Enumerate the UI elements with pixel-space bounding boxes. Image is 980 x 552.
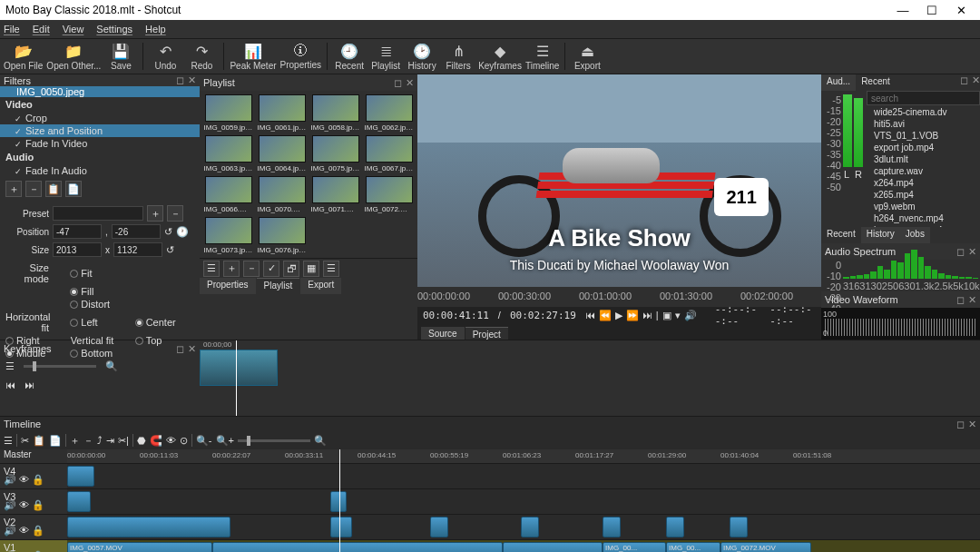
playlist-item[interactable]: IMG_0073.jpeg: [203, 217, 253, 254]
tool-open-file[interactable]: 📂Open File: [4, 40, 43, 73]
filter-fade-in-audio[interactable]: Fade In Audio: [0, 164, 200, 177]
undock-icon[interactable]: ◻: [394, 77, 402, 89]
scrub-icon[interactable]: 👁: [166, 435, 176, 446]
tool-export[interactable]: ⏏Export: [571, 40, 603, 73]
lift-icon[interactable]: ⤴: [97, 435, 103, 446]
copy-icon[interactable]: 📋: [33, 435, 45, 447]
skip-end-icon[interactable]: ⏭: [642, 310, 652, 321]
marker-icon[interactable]: ⬣: [137, 435, 146, 447]
snap-icon[interactable]: 🧲: [150, 435, 162, 447]
recent-item[interactable]: x265.mp4: [870, 189, 976, 201]
prev-keyframe-icon[interactable]: ⏮: [5, 380, 15, 390]
playlist-check-button[interactable]: ✓: [263, 261, 279, 277]
sizemode-distort[interactable]: Distort: [70, 299, 129, 310]
tool-redo[interactable]: ↷Redo: [185, 40, 218, 73]
zoom-in2-icon[interactable]: 🔍+: [216, 435, 234, 447]
tab-properties[interactable]: Properties: [200, 278, 256, 294]
copy-filter-button[interactable]: 📋: [45, 181, 62, 197]
kf-menu-icon[interactable]: ☰: [5, 360, 15, 372]
split-icon[interactable]: ✂|: [118, 435, 129, 447]
preset-remove-button[interactable]: －: [167, 205, 183, 222]
recent-item[interactable]: x264.mp4: [870, 177, 976, 189]
reset-icon[interactable]: ↺: [166, 244, 174, 256]
overwrite-icon[interactable]: ⇥: [106, 435, 114, 447]
kf-zoom-slider[interactable]: [24, 365, 96, 368]
tab-jobs[interactable]: Jobs: [900, 227, 930, 243]
keyframe-clip[interactable]: [200, 350, 278, 386]
tool-properties[interactable]: 🛈Properties: [280, 40, 322, 73]
rewind-icon[interactable]: ⏪: [599, 310, 612, 321]
hfit-left[interactable]: Left: [70, 311, 129, 333]
menu-file[interactable]: File: [4, 24, 20, 34]
ripple-icon[interactable]: ⊙: [180, 435, 188, 447]
current-timecode[interactable]: 00:00:41:11: [423, 310, 489, 321]
cut-icon[interactable]: ✂: [21, 435, 29, 447]
menu-settings[interactable]: Settings: [96, 24, 132, 34]
track-v3[interactable]: V3🔊 👁 🔒: [0, 489, 67, 515]
recent-item[interactable]: hiti5.avi: [870, 118, 976, 130]
playlist-item[interactable]: IMG_0072.MOV: [364, 176, 414, 213]
tool-open-other-[interactable]: 📁Open Other...: [46, 40, 101, 73]
playlist-item[interactable]: IMG_0070.MOV: [257, 176, 307, 213]
tl-zoom-slider[interactable]: [238, 439, 310, 442]
volume-icon[interactable]: 🔊: [684, 310, 697, 321]
paste-icon[interactable]: 📄: [49, 435, 62, 447]
playlist-up-button[interactable]: 🗗: [283, 261, 299, 277]
playlist-item[interactable]: IMG_0071.MOV: [310, 176, 360, 213]
playlist-grid-view[interactable]: ▦: [303, 261, 319, 277]
tab-recent-bottom[interactable]: Recent: [821, 227, 861, 243]
position-x-input[interactable]: [53, 224, 102, 239]
tab-source[interactable]: Source: [421, 327, 465, 340]
add-filter-button[interactable]: ＋: [5, 181, 22, 197]
tab-audio-peak[interactable]: Aud...: [821, 74, 856, 91]
append-icon[interactable]: ＋: [70, 434, 80, 448]
zoom-out-icon[interactable]: 🔍-: [196, 435, 212, 447]
tool-filters[interactable]: ⋔Filters: [442, 40, 475, 73]
recent-item[interactable]: VTS_01_1.VOB: [870, 130, 976, 142]
tool-keyframes[interactable]: ◆Keyframes: [478, 40, 522, 73]
recent-item[interactable]: h264_nvenc.mp4: [870, 212, 976, 224]
track-v4[interactable]: V4🔊 👁 🔒: [0, 464, 67, 489]
recent-search-input[interactable]: [867, 91, 980, 105]
preset-add-button[interactable]: ＋: [147, 205, 163, 222]
minimize-button[interactable]: —: [889, 4, 916, 17]
tool-playlist[interactable]: ≣Playlist: [369, 40, 402, 73]
tool-timeline[interactable]: ☰Timeline: [525, 40, 559, 73]
preset-combo[interactable]: [53, 206, 143, 221]
tab-recent[interactable]: Recent: [856, 74, 896, 91]
fast-forward-icon[interactable]: ⏩: [626, 310, 639, 321]
playlist-add-button[interactable]: ＋: [223, 261, 240, 277]
skip-start-icon[interactable]: ⏮: [585, 310, 595, 321]
filter-fade-in-video[interactable]: Fade In Video: [0, 137, 200, 150]
playlist-item[interactable]: IMG_0066.MOV: [203, 176, 253, 213]
playlist-remove-button[interactable]: －: [243, 261, 260, 277]
menu-help[interactable]: Help: [145, 24, 166, 34]
zoom-in-icon[interactable]: 🔍: [105, 360, 118, 372]
tab-project[interactable]: Project: [466, 327, 508, 340]
paste-filter-button[interactable]: 📄: [65, 181, 82, 197]
playlist-item[interactable]: IMG_0058.jpeg: [310, 94, 360, 132]
playlist-item[interactable]: IMG_0062.jpeg: [364, 94, 414, 132]
next-keyframe-icon[interactable]: ⏭: [24, 380, 34, 390]
preview-ruler[interactable]: 00:00:00:00 00:00:30:00 00:01:00:00 00:0…: [417, 287, 821, 307]
size-h-input[interactable]: [113, 242, 162, 257]
playlist-item[interactable]: IMG_0076.jpeg: [257, 217, 307, 254]
recent-item[interactable]: 3dlut.mlt: [870, 153, 976, 165]
tl-menu-icon[interactable]: ☰: [4, 435, 13, 447]
playlist-menu-button[interactable]: ☰: [203, 261, 220, 277]
tool-save[interactable]: 💾Save: [104, 40, 137, 73]
reset-icon[interactable]: ↺: [164, 226, 172, 238]
recent-item[interactable]: export job.mp4: [870, 142, 976, 153]
remove-filter-button[interactable]: －: [25, 181, 42, 197]
tool-peak-meter[interactable]: 📊Peak Meter: [230, 40, 276, 73]
close-panel-icon[interactable]: ✕: [406, 77, 414, 89]
track-v2[interactable]: V2🔊 👁 🔒: [0, 515, 67, 540]
maximize-button[interactable]: ☐: [918, 4, 946, 17]
zoom-fit2-icon[interactable]: 🔍: [314, 435, 327, 447]
tab-history[interactable]: History: [861, 227, 900, 243]
play-icon[interactable]: ▶: [615, 310, 622, 321]
recent-item[interactable]: wide25-cinema.dv: [870, 106, 976, 118]
recent-item[interactable]: capture.wav: [870, 165, 976, 177]
zoom-fit-icon[interactable]: ▣: [662, 310, 671, 321]
remove-icon[interactable]: －: [83, 434, 93, 448]
